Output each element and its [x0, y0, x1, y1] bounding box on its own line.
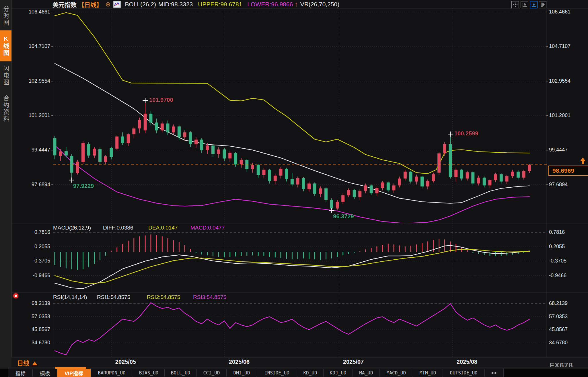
vr-params: VR(26,70,250) [300, 1, 340, 8]
date-label: 2025/06 [222, 359, 256, 365]
period-selector[interactable]: 日线 [17, 358, 37, 367]
macd-axis-label: 0.7816 [13, 229, 50, 236]
y-label: 99.4447 [13, 146, 50, 153]
boll-mid-value: MID:98.3323 [158, 1, 193, 8]
boll-upper-value: UPPER:99.6781 [198, 1, 242, 8]
current-price-tag: 98.6969 [548, 166, 588, 176]
boll-lower-value: LOWER:96.9866 [247, 1, 293, 8]
y-label: 99.4447 [549, 146, 586, 153]
rsi-title: RSI(14,14,14) [53, 294, 87, 301]
y-label: 97.6894 [549, 181, 586, 188]
sidebar-item-flash-chart[interactable]: 闪电图 [0, 61, 11, 90]
macd-value: MACD:0.0477 [190, 224, 225, 231]
symbol-title: 美元指数 [52, 0, 77, 9]
macd-title: MACD(26,12,9) [53, 224, 91, 231]
boll-params: BOLL(26,2) [125, 1, 156, 8]
panel-frame [11, 9, 588, 357]
tab-outside-ud[interactable]: OUTSIDE_UD [443, 369, 485, 377]
macd-axis-label: -0.9466 [549, 272, 586, 279]
tab-vip-indicators[interactable]: VIP指标 [57, 369, 91, 377]
rsi-axis-label: 57.0353 [13, 313, 50, 320]
rsi-axis-label: 45.8567 [549, 326, 586, 333]
macd-axis-label: 0.2055 [13, 243, 50, 250]
rsi-axis-label: 34.6780 [13, 339, 50, 346]
rsi-axis-label: 68.2139 [13, 300, 50, 307]
macd-dea-value: DEA:0.0147 [148, 224, 178, 231]
tab-templates[interactable]: 模板 [33, 369, 57, 377]
macd-axis-label: 0.2055 [549, 243, 586, 250]
indicator-tab-bar: 指标 模板 VIP指标 BARUPDN_UD BIAS_UD BOLL_UD C… [0, 369, 588, 377]
up-arrow-icon: ↑ [295, 1, 298, 8]
y-label: 101.2001 [549, 112, 586, 119]
rsi1-value: RSI1:54.8575 [97, 294, 130, 301]
axis-range-icon[interactable] [539, 1, 546, 8]
axis-scale-icon[interactable] [521, 1, 528, 8]
mini-chart-icon[interactable] [113, 1, 121, 8]
rsi-axis-label: 57.0353 [549, 313, 586, 320]
tab-barupdn-ud[interactable]: BARUPDN_UD [91, 369, 133, 377]
y-label: 106.4661 [549, 8, 586, 15]
y-label: 102.9554 [549, 77, 586, 84]
sidebar-item-time-chart[interactable]: 分时图 [0, 2, 11, 30]
date-label: 2025/05 [108, 359, 143, 365]
tab-more-chevron[interactable]: >> [485, 369, 504, 377]
axis-play-icon[interactable] [530, 1, 538, 8]
period-tag[interactable]: 【日线】 [78, 0, 102, 9]
sidebar-item-contract-info[interactable]: 合约资料 [0, 90, 11, 127]
triangle-up-icon [32, 362, 37, 365]
y-label: 102.9554 [13, 77, 50, 84]
high-price-annotation: 101.9700 [149, 97, 173, 103]
tab-mtm-ud[interactable]: MTM_UD [413, 369, 443, 377]
tab-ma-ud[interactable]: MA_UD [353, 369, 380, 377]
boll-upper-band [55, 13, 529, 174]
rsi3-value: RSI3:54.8575 [193, 294, 226, 301]
tab-kdj-ud[interactable]: KDJ_UD [324, 369, 353, 377]
rsi-line [55, 303, 529, 355]
tab-macd-ud[interactable]: MACD_UD [380, 369, 413, 377]
date-label: 2025/07 [336, 359, 371, 365]
date-label: 2025/08 [450, 359, 484, 365]
low-price-annotation: 97.9229 [73, 183, 94, 189]
rsi-axis-label: 34.6780 [549, 339, 586, 346]
tab-indicators[interactable]: 指标 [8, 369, 33, 377]
macd-diff-value: DIFF:0.0386 [103, 224, 133, 231]
y-label: 104.7107 [549, 43, 586, 50]
header: 美元指数 【日线】 ⊕ BOLL(26,2) MID:98.3323 UPPER… [11, 0, 588, 9]
rsi2-value: RSI2:54.8575 [147, 294, 180, 301]
low-price-annotation: 96.3729 [333, 213, 354, 220]
tab-bias-ud[interactable]: BIAS_UD [133, 369, 165, 377]
time-axis-strip [11, 357, 588, 367]
y-label: 101.2001 [13, 112, 50, 119]
high-price-annotation: 100.2599 [454, 130, 478, 137]
extreme-markers [69, 98, 453, 213]
sidebar-item-kline-chart[interactable]: K线图 [0, 30, 11, 61]
tab-cci-ud[interactable]: CCI_UD [197, 369, 227, 377]
macd-axis-label: -0.3705 [549, 257, 586, 264]
trading-app: 美元指数 【日线】 ⊕ BOLL(26,2) MID:98.3323 UPPER… [0, 0, 588, 377]
rsi-axis-label: 68.2139 [549, 300, 586, 307]
macd-axis-label: -0.9466 [13, 272, 50, 279]
macd-diff-line [55, 245, 529, 289]
y-label: 104.7107 [13, 43, 50, 50]
y-label: 106.4661 [13, 8, 50, 15]
tab-kd-ud[interactable]: KD_UD [297, 369, 324, 377]
macd-histogram [55, 234, 529, 270]
price-up-arrow-icon [580, 158, 586, 164]
macd-axis-label: 0.7816 [549, 229, 586, 236]
tab-dmi-ud[interactable]: DMI_UD [227, 369, 257, 377]
macd-axis-label: -0.3705 [13, 257, 50, 264]
rsi-axis-label: 45.8567 [13, 326, 50, 333]
y-label: 97.6894 [13, 181, 50, 188]
tab-boll-ud[interactable]: BOLL_UD [165, 369, 197, 377]
live-indicator-icon[interactable] [13, 293, 18, 298]
tab-inside-ud[interactable]: INSIDE_UD [257, 369, 297, 377]
pan-crosshair-icon[interactable] [511, 1, 519, 8]
crosshair-add-icon[interactable]: ⊕ [105, 1, 110, 7]
candles [53, 100, 531, 211]
sidebar: 分时图 K线图 闪电图 合约资料 [0, 0, 12, 377]
